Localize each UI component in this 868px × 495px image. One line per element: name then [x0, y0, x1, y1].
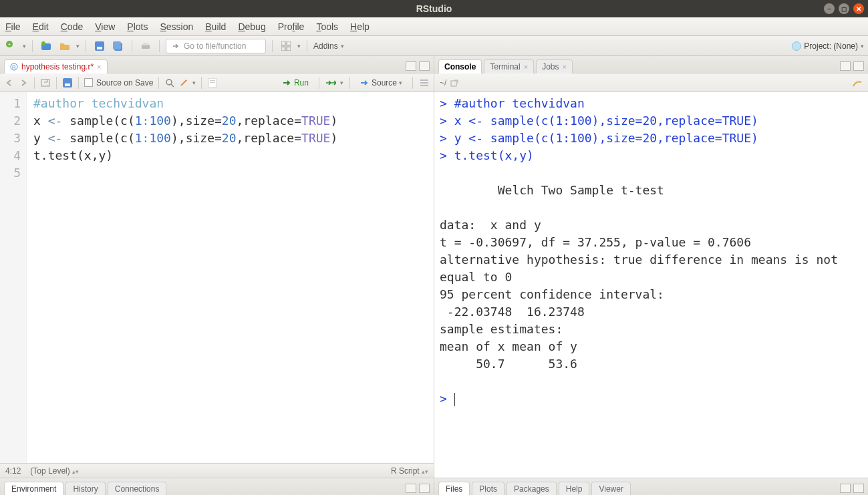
- maximize-icon[interactable]: ◻: [839, 3, 849, 14]
- window-titlebar: RStudio – ◻ ✕: [0, 0, 868, 17]
- svg-rect-25: [420, 85, 428, 86]
- menu-help[interactable]: Help: [350, 21, 370, 32]
- bottom-right-tabstrip: Files Plots Packages Help Viewer: [434, 478, 868, 495]
- path-popout-icon[interactable]: [450, 79, 458, 87]
- svg-rect-26: [451, 81, 456, 86]
- svg-rect-24: [420, 82, 428, 84]
- maximize-pane-icon[interactable]: [853, 61, 864, 71]
- code-content: #author techvidvan x <- sample(c(1:100),…: [27, 92, 337, 463]
- console-output[interactable]: > #author techvidvan > x <- sample(c(1:1…: [434, 92, 868, 478]
- svg-rect-7: [113, 41, 121, 49]
- goto-file-input[interactable]: Go to file/function: [166, 39, 266, 53]
- print-icon[interactable]: [138, 39, 153, 53]
- wand-icon[interactable]: [178, 77, 189, 88]
- svg-rect-5: [97, 47, 102, 49]
- r-file-icon: R: [10, 63, 18, 71]
- tab-console[interactable]: Console: [438, 59, 482, 73]
- cursor: [454, 393, 455, 406]
- console-result: Welch Two Sample t-test data: x and y t …: [440, 183, 845, 371]
- back-icon[interactable]: [4, 77, 15, 88]
- svg-rect-21: [210, 80, 215, 81]
- arrow-right-icon: [172, 42, 180, 50]
- editor-tab[interactable]: R hypothesis testing.r* ×: [4, 59, 108, 73]
- report-icon[interactable]: [207, 77, 218, 88]
- language-selector[interactable]: R Script ▴▾: [391, 466, 428, 476]
- clear-console-icon[interactable]: [852, 78, 863, 88]
- tab-viewer[interactable]: Viewer: [591, 482, 630, 495]
- menu-code[interactable]: Code: [61, 21, 83, 32]
- svg-rect-16: [41, 79, 49, 86]
- save-icon[interactable]: [62, 77, 73, 88]
- minimize-pane-icon[interactable]: [840, 61, 851, 71]
- tab-environment[interactable]: Environment: [4, 482, 63, 495]
- editor-tab-label: hypothesis testing.r*: [21, 62, 94, 71]
- new-file-icon[interactable]: +: [4, 39, 19, 53]
- new-project-icon[interactable]: [39, 39, 53, 53]
- source-button[interactable]: Source ▾: [356, 77, 406, 89]
- tab-files[interactable]: Files: [438, 482, 470, 495]
- source-pane: R hypothesis testing.r* × Source on Sa: [0, 56, 434, 495]
- tab-connections[interactable]: Connections: [108, 482, 167, 495]
- editor-tabstrip: R hypothesis testing.r* ×: [0, 56, 434, 73]
- tab-packages[interactable]: Packages: [507, 482, 557, 495]
- source-on-save-checkbox[interactable]: [84, 78, 93, 87]
- source-on-save-label: Source on Save: [96, 78, 153, 88]
- forward-icon[interactable]: [18, 77, 29, 88]
- code-editor[interactable]: 1 2 3 4 5 #author techvidvan x <- sample…: [0, 92, 434, 463]
- minimize-pane-icon[interactable]: [406, 61, 416, 71]
- minimize-icon[interactable]: –: [824, 3, 835, 14]
- main-area: R hypothesis testing.r* × Source on Sa: [0, 56, 868, 495]
- menu-tools[interactable]: Tools: [316, 21, 338, 32]
- addins-dropdown[interactable]: Addins ▾: [313, 41, 344, 51]
- menu-view[interactable]: View: [95, 21, 115, 32]
- editor-statusbar: 4:12 (Top Level) ▴▾ R Script ▴▾: [0, 463, 434, 478]
- project-icon: [792, 41, 801, 51]
- outline-icon[interactable]: [419, 77, 430, 88]
- svg-rect-9: [143, 43, 148, 45]
- svg-rect-22: [210, 82, 215, 83]
- save-all-icon[interactable]: [111, 39, 126, 53]
- bottom-left-tabstrip: Environment History Connections: [0, 478, 434, 495]
- svg-point-19: [166, 79, 172, 85]
- tab-help[interactable]: Help: [559, 482, 590, 495]
- minimize-pane-icon[interactable]: [840, 484, 851, 493]
- svg-point-3: [41, 41, 45, 45]
- scope-selector[interactable]: (Top Level) ▴▾: [30, 466, 79, 476]
- save-icon[interactable]: [92, 39, 107, 53]
- menu-debug[interactable]: Debug: [238, 21, 265, 32]
- menu-plots[interactable]: Plots: [127, 21, 148, 32]
- menu-edit[interactable]: Edit: [33, 21, 49, 32]
- close-icon[interactable]: ×: [97, 63, 101, 71]
- window-title: RStudio: [416, 3, 452, 14]
- tab-plots[interactable]: Plots: [472, 482, 504, 495]
- minimize-pane-icon[interactable]: [406, 484, 416, 493]
- find-icon[interactable]: [164, 77, 175, 88]
- open-file-icon[interactable]: [57, 39, 72, 53]
- editor-toolbar: Source on Save ▾ Run ▾ Source: [0, 73, 434, 92]
- run-button[interactable]: Run: [279, 77, 313, 89]
- menu-profile[interactable]: Profile: [278, 21, 305, 32]
- console-path-bar: ~/: [434, 73, 868, 92]
- close-icon[interactable]: ✕: [853, 3, 864, 14]
- menu-file[interactable]: File: [5, 21, 21, 32]
- svg-rect-18: [65, 84, 70, 86]
- menu-session[interactable]: Session: [160, 21, 193, 32]
- tab-history[interactable]: History: [65, 482, 105, 495]
- maximize-pane-icon[interactable]: [853, 484, 864, 493]
- tab-terminal[interactable]: Terminal ×: [484, 59, 534, 73]
- svg-rect-13: [287, 47, 291, 51]
- window-controls: – ◻ ✕: [824, 3, 864, 14]
- maximize-pane-icon[interactable]: [419, 61, 430, 71]
- rerun-icon[interactable]: [325, 77, 336, 88]
- cursor-position: 4:12: [5, 466, 21, 476]
- project-selector[interactable]: Project: (None) ▾: [792, 41, 864, 51]
- popout-icon[interactable]: [40, 77, 51, 88]
- maximize-pane-icon[interactable]: [419, 484, 430, 493]
- grid-icon[interactable]: [279, 39, 293, 53]
- tab-jobs[interactable]: Jobs ×: [536, 59, 573, 73]
- svg-rect-11: [287, 41, 291, 45]
- main-toolbar: + ▾ ▾ Go to file/function ▾: [0, 36, 868, 56]
- line-gutter: 1 2 3 4 5: [0, 92, 27, 463]
- menu-build[interactable]: Build: [205, 21, 226, 32]
- svg-rect-10: [281, 41, 285, 45]
